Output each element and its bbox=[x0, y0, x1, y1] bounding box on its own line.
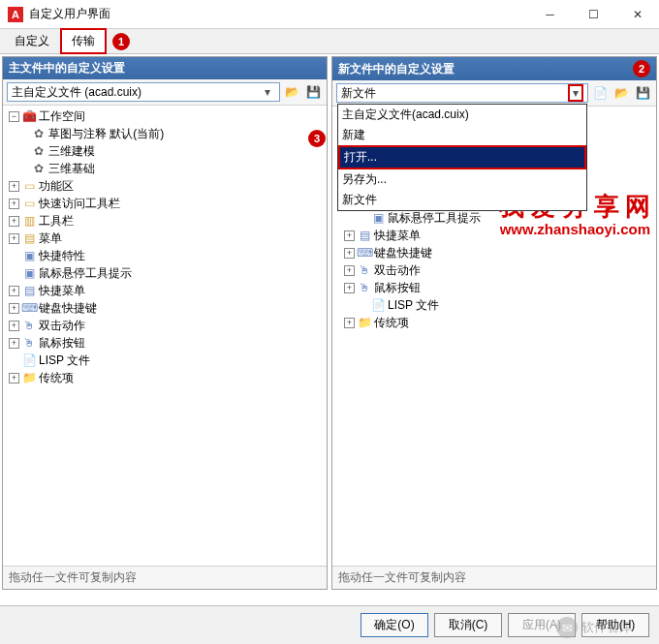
right-panel-header: 新文件中的自定义设置 2 bbox=[332, 57, 656, 80]
tree-node[interactable]: LISP 文件 bbox=[39, 353, 90, 369]
window-title: 自定义用户界面 bbox=[29, 6, 528, 22]
left-footer: 拖动任一文件可复制内容 bbox=[3, 566, 327, 589]
tree-node[interactable]: 快捷菜单 bbox=[374, 228, 421, 244]
right-file-combo[interactable]: 新文件 ▾ 主自定义文件(acad.cuix) 新建 打开... 另存为... … bbox=[336, 83, 588, 103]
wechat-icon: ✉ bbox=[556, 617, 578, 638]
tree-node[interactable]: 鼠标悬停工具提示 bbox=[388, 210, 481, 227]
left-combo-text: 主自定义文件 (acad.cuix) bbox=[12, 84, 141, 101]
left-panel: 主文件中的自定义设置 主自定义文件 (acad.cuix) ▾ 📂 💾 −🧰工作… bbox=[2, 56, 328, 590]
menu-icon: ▤ bbox=[22, 284, 36, 297]
left-toolbar: 主自定义文件 (acad.cuix) ▾ 📂 💾 bbox=[3, 79, 327, 106]
mouse-icon: 🖱 bbox=[22, 336, 36, 350]
save-icon[interactable]: 💾 bbox=[303, 82, 323, 102]
tree-node[interactable]: 快捷特性 bbox=[39, 248, 85, 264]
gear-icon: ✿ bbox=[32, 162, 46, 175]
tab-customize[interactable]: 自定义 bbox=[4, 29, 60, 53]
menu-icon: ▤ bbox=[358, 229, 371, 242]
right-footer: 拖动任一文件可复制内容 bbox=[332, 566, 656, 589]
right-toolbar: 新文件 ▾ 主自定义文件(acad.cuix) 新建 打开... 另存为... … bbox=[332, 80, 656, 107]
save-icon[interactable]: 💾 bbox=[633, 83, 652, 103]
dialog-buttons: 确定(O) 取消(C) 应用(A) 帮助(H) ✉ 软件智库 bbox=[0, 605, 659, 644]
tree-node[interactable]: 三维建模 bbox=[48, 143, 95, 160]
keyboard-icon: ⌨ bbox=[22, 301, 36, 315]
menu-icon: ▤ bbox=[22, 231, 36, 245]
tree-node[interactable]: 工具栏 bbox=[39, 213, 74, 230]
tree-node[interactable]: 鼠标按钮 bbox=[39, 335, 85, 352]
tree-node[interactable]: 功能区 bbox=[39, 178, 74, 195]
tree-node[interactable]: 快速访问工具栏 bbox=[39, 196, 120, 212]
dropdown-item-open[interactable]: 打开... bbox=[338, 145, 586, 169]
folder-icon: 📁 bbox=[22, 371, 36, 384]
cancel-button[interactable]: 取消(C) bbox=[434, 613, 502, 637]
titlebar: A 自定义用户界面 ─ ☐ ✕ bbox=[0, 0, 659, 29]
tree-node[interactable]: 快捷菜单 bbox=[39, 283, 85, 299]
doc-icon: ▣ bbox=[22, 266, 36, 280]
tree-node[interactable]: 鼠标按钮 bbox=[374, 280, 421, 296]
callout-2: 2 bbox=[633, 60, 650, 77]
lisp-icon: 📄 bbox=[371, 298, 385, 312]
tree-node[interactable]: 工作空间 bbox=[39, 108, 85, 125]
gear-icon: ✿ bbox=[32, 144, 46, 158]
folder-icon: 🧰 bbox=[22, 109, 36, 123]
minimize-button[interactable]: ─ bbox=[528, 0, 572, 29]
app-logo: A bbox=[8, 7, 23, 22]
open-folder-icon[interactable]: 📂 bbox=[282, 82, 301, 102]
gear-icon: ✿ bbox=[32, 127, 46, 140]
folder-icon: ▭ bbox=[22, 179, 36, 193]
toolbar-icon: ▥ bbox=[22, 214, 36, 228]
tab-bar: 自定义 传输 1 bbox=[0, 29, 659, 54]
tree-node[interactable]: 键盘快捷键 bbox=[39, 300, 97, 317]
right-panel: 新文件中的自定义设置 2 新文件 ▾ 主自定义文件(acad.cuix) 新建 … bbox=[331, 56, 657, 590]
tree-node[interactable]: 鼠标悬停工具提示 bbox=[39, 265, 132, 282]
panels-container: 主文件中的自定义设置 主自定义文件 (acad.cuix) ▾ 📂 💾 −🧰工作… bbox=[0, 54, 659, 592]
chevron-down-icon[interactable]: ▾ bbox=[260, 83, 275, 101]
maximize-button[interactable]: ☐ bbox=[572, 0, 615, 29]
callout-3: 3 bbox=[308, 130, 326, 147]
tree-node[interactable]: 双击动作 bbox=[374, 262, 421, 279]
lisp-icon: 📄 bbox=[22, 353, 36, 367]
callout-1: 1 bbox=[112, 33, 130, 50]
tab-transfer[interactable]: 传输 bbox=[60, 28, 107, 54]
tree-node[interactable]: 传统项 bbox=[374, 315, 409, 331]
folder-icon: 📁 bbox=[358, 316, 371, 329]
tree-node[interactable]: 三维基础 bbox=[48, 161, 95, 177]
dropdown-item-newfile[interactable]: 新文件 bbox=[338, 190, 586, 210]
mouse-icon: 🖱 bbox=[358, 263, 371, 277]
left-file-combo[interactable]: 主自定义文件 (acad.cuix) ▾ bbox=[7, 82, 280, 102]
tree-node[interactable]: 菜单 bbox=[39, 230, 62, 247]
open-folder-icon[interactable]: 📂 bbox=[612, 83, 631, 103]
tree-node[interactable]: 草图与注释 默认(当前) bbox=[48, 126, 164, 142]
keyboard-icon: ⌨ bbox=[358, 246, 371, 260]
right-combo-text: 新文件 bbox=[341, 85, 376, 102]
tree-node[interactable]: LISP 文件 bbox=[388, 297, 439, 314]
wechat-watermark: ✉ 软件智库 bbox=[556, 617, 632, 638]
toolbar-icon: ▭ bbox=[22, 197, 36, 210]
new-file-icon[interactable]: 📄 bbox=[590, 83, 610, 103]
left-panel-header: 主文件中的自定义设置 bbox=[3, 57, 327, 79]
ok-button[interactable]: 确定(O) bbox=[361, 613, 428, 637]
tree-node[interactable]: 传统项 bbox=[39, 370, 74, 386]
doc-icon: ▣ bbox=[371, 211, 385, 225]
dropdown-item-saveas[interactable]: 另存为... bbox=[338, 169, 586, 190]
wechat-text: 软件智库 bbox=[581, 619, 632, 636]
tree-node[interactable]: 键盘快捷键 bbox=[374, 245, 432, 261]
left-tree[interactable]: −🧰工作空间 ✿草图与注释 默认(当前) ✿三维建模 ✿三维基础 +▭功能区 +… bbox=[3, 106, 327, 566]
dropdown-item-new[interactable]: 新建 bbox=[338, 125, 586, 145]
close-button[interactable]: ✕ bbox=[615, 0, 659, 29]
dropdown-item[interactable]: 主自定义文件(acad.cuix) bbox=[338, 105, 586, 125]
chevron-down-icon[interactable]: ▾ bbox=[568, 84, 583, 102]
file-dropdown[interactable]: 主自定义文件(acad.cuix) 新建 打开... 另存为... 新文件 bbox=[337, 104, 587, 211]
mouse-icon: 🖱 bbox=[22, 319, 36, 332]
tree-node[interactable]: 双击动作 bbox=[39, 318, 85, 334]
doc-icon: ▣ bbox=[22, 249, 36, 262]
mouse-icon: 🖱 bbox=[358, 281, 371, 294]
